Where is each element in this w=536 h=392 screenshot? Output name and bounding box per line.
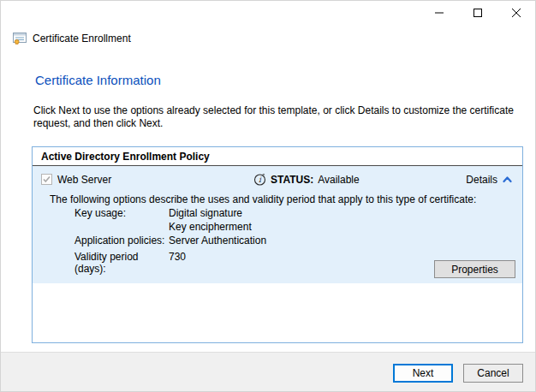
info-icon: i [253, 173, 266, 186]
close-icon [512, 9, 521, 17]
option-label: Application policies: [74, 235, 169, 246]
status-label: STATUS: [271, 174, 313, 186]
maximize-button[interactable] [458, 1, 497, 25]
app-title: Certificate Enrollment [33, 33, 131, 45]
window-controls [420, 1, 535, 25]
app-header: Certificate Enrollment [13, 32, 131, 45]
chevron-up-icon [503, 176, 512, 183]
option-value: Key encipherment [169, 221, 252, 233]
option-value: Server Authentication [169, 235, 266, 246]
minimize-button[interactable] [420, 1, 458, 25]
option-value: 730 [169, 251, 186, 275]
page-title: Certificate Information [35, 73, 161, 87]
svg-text:i: i [259, 175, 262, 184]
template-description: The following options describe the uses … [50, 193, 514, 205]
option-label: Validity period (days): [74, 251, 169, 275]
footer: Next Cancel [1, 352, 535, 391]
option-row-validity-period: Validity period (days): 730 [74, 251, 186, 275]
option-row-application-policies: Application policies: Server Authenticat… [74, 235, 266, 246]
minimize-icon [435, 9, 444, 17]
certificate-icon [13, 32, 27, 45]
option-label [74, 221, 169, 233]
enrollment-policy-panel: Active Directory Enrollment Policy Web S… [32, 146, 523, 343]
details-label[interactable]: Details [466, 174, 497, 186]
template-checkbox[interactable] [41, 174, 52, 185]
option-label: Key usage: [74, 207, 169, 219]
option-row-key-usage: Key usage: Digital signature [74, 207, 242, 219]
titlebar [1, 1, 535, 25]
status-group: i STATUS: Available [253, 173, 360, 186]
cancel-button[interactable]: Cancel [463, 364, 523, 383]
properties-button[interactable]: Properties [434, 260, 515, 278]
status-value: Available [318, 174, 359, 186]
option-row-key-usage-2: Key encipherment [74, 221, 252, 233]
template-name[interactable]: Web Server [57, 174, 111, 186]
next-button[interactable]: Next [393, 364, 453, 383]
option-value: Digital signature [169, 207, 242, 219]
checkmark-icon [42, 175, 51, 184]
policy-header: Active Directory Enrollment Policy [33, 147, 522, 166]
certificate-enrollment-window: { "window": { "app_title": "Certificate … [0, 0, 536, 392]
close-button[interactable] [497, 1, 535, 25]
template-row: Web Server i STATUS: Available Details [41, 173, 514, 187]
details-toggle[interactable]: Details [466, 174, 512, 186]
intro-text: Click Next to use the options already se… [33, 104, 523, 130]
maximize-icon [473, 9, 482, 17]
